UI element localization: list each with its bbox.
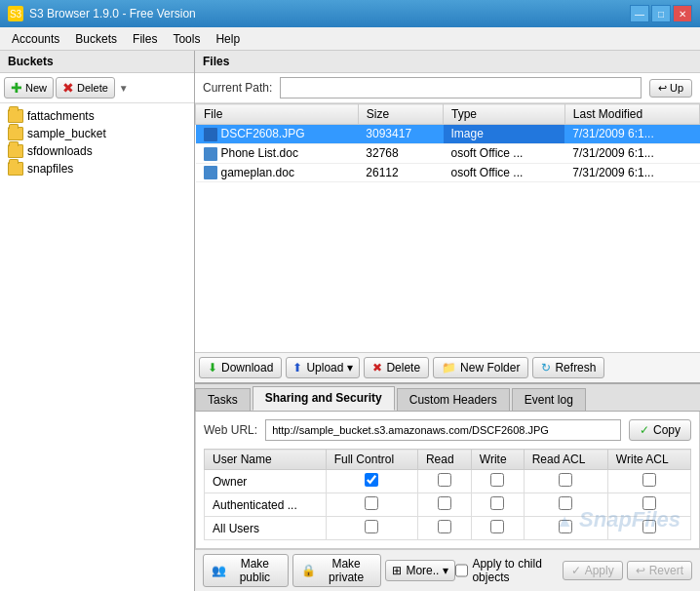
download-button[interactable]: ⬇ Download xyxy=(199,357,282,378)
web-url-input[interactable] xyxy=(265,419,621,441)
acl-checkbox-readAcl-2[interactable] xyxy=(559,520,572,533)
acl-cell-readAcl-1[interactable] xyxy=(524,493,607,517)
tabs-section: Tasks Sharing and Security Custom Header… xyxy=(195,382,700,549)
acl-cell-write-0[interactable] xyxy=(471,470,524,493)
upload-button[interactable]: ⬆ Upload ▾ xyxy=(286,357,360,378)
acl-checkbox-fullControl-1[interactable] xyxy=(365,496,378,510)
folder-icon-3 xyxy=(8,162,23,176)
bucket-item-0[interactable]: fattachments xyxy=(4,107,190,125)
apply-to-child-checkbox[interactable] xyxy=(455,564,468,577)
acl-checkbox-write-1[interactable] xyxy=(490,496,504,510)
copy-button[interactable]: ✓ Copy xyxy=(629,419,691,441)
acl-checkbox-read-2[interactable] xyxy=(438,520,451,533)
acl-checkbox-read-1[interactable] xyxy=(438,496,451,510)
tab-tasks[interactable]: Tasks xyxy=(195,388,251,411)
acl-cell-writeAcl-0[interactable] xyxy=(607,470,690,493)
acl-col-2: Read xyxy=(417,450,471,470)
bucket-item-2[interactable]: sfdownloads xyxy=(4,142,190,160)
file-toolbar: ⬇ Download ⬆ Upload ▾ ✖ Delete 📁 New Fol… xyxy=(195,352,700,382)
acl-checkbox-writeAcl-2[interactable] xyxy=(642,520,656,533)
acl-checkbox-writeAcl-1[interactable] xyxy=(642,496,656,510)
minimize-button[interactable]: — xyxy=(630,5,649,22)
acl-checkbox-read-0[interactable] xyxy=(438,473,451,487)
table-row[interactable]: DSCF2608.JPG 3093417 Image 7/31/2009 6:1… xyxy=(196,125,700,144)
menu-buckets[interactable]: Buckets xyxy=(67,30,125,48)
bucket-item-3[interactable]: snapfiles xyxy=(4,160,190,177)
revert-icon: ↩ xyxy=(636,564,645,577)
main-container: Buckets ✚ New ✖ Delete ▼ fattachments sa… xyxy=(0,51,700,591)
buckets-dropdown-arrow[interactable]: ▼ xyxy=(119,83,129,94)
table-row[interactable]: Phone List.doc 32768 osoft Office ... 7/… xyxy=(196,143,700,163)
apply-to-child-label[interactable]: Apply to child objects xyxy=(455,557,558,584)
acl-cell-read-2[interactable] xyxy=(417,517,471,540)
status-bar: 👥 Make public 🔒 Make private ⊞ More.. ▾ … xyxy=(195,549,700,591)
revert-button[interactable]: ↩ Revert xyxy=(627,561,692,580)
maximize-button[interactable]: □ xyxy=(651,5,671,22)
tab-custom-headers[interactable]: Custom Headers xyxy=(397,388,510,411)
col-modified[interactable]: Last Modified xyxy=(564,104,699,125)
acl-col-4: Read ACL xyxy=(524,450,607,470)
tab-event-log[interactable]: Event log xyxy=(512,388,586,411)
acl-checkbox-readAcl-1[interactable] xyxy=(559,496,572,510)
download-icon: ⬇ xyxy=(208,361,217,374)
col-file[interactable]: File xyxy=(196,104,359,125)
acl-row: Authenticated ... xyxy=(205,493,691,517)
up-button[interactable]: ↩ Up xyxy=(649,79,692,98)
acl-cell-read-0[interactable] xyxy=(417,470,471,493)
new-folder-button[interactable]: 📁 New Folder xyxy=(433,357,528,378)
acl-table-container: User NameFull ControlReadWriteRead ACLWr… xyxy=(204,449,691,540)
menu-tools[interactable]: Tools xyxy=(165,30,208,48)
tab-sharing-security[interactable]: Sharing and Security xyxy=(253,386,395,411)
files-header: Files xyxy=(195,51,700,73)
acl-cell-read-1[interactable] xyxy=(417,493,471,517)
delete-bucket-button[interactable]: ✖ Delete xyxy=(56,77,115,98)
url-row: Web URL: ✓ Copy xyxy=(204,419,691,441)
new-bucket-button[interactable]: ✚ New xyxy=(4,77,54,98)
menu-accounts[interactable]: Accounts xyxy=(4,30,67,48)
delete-file-button[interactable]: ✖ Delete xyxy=(364,357,429,378)
close-button[interactable]: ✕ xyxy=(673,5,692,22)
bucket-item-1[interactable]: sample_bucket xyxy=(4,125,190,142)
title-bar: S3 S3 Browser 1.9.0 - Free Version — □ ✕ xyxy=(0,0,700,27)
acl-checkbox-fullControl-0[interactable] xyxy=(365,473,378,487)
bucket-tree: fattachments sample_bucket sfdownloads s… xyxy=(0,103,194,591)
make-public-button[interactable]: 👥 Make public xyxy=(203,554,289,587)
acl-cell-readAcl-0[interactable] xyxy=(524,470,607,493)
lock-icon: 🔒 xyxy=(301,564,316,577)
apply-button[interactable]: ✓ Apply xyxy=(563,561,623,580)
col-size[interactable]: Size xyxy=(358,104,443,125)
new-icon: ✚ xyxy=(11,80,22,96)
right-panel: Files Current Path: ↩ Up File Size Type … xyxy=(195,51,700,591)
menu-bar: Accounts Buckets Files Tools Help xyxy=(0,27,700,51)
acl-checkbox-writeAcl-0[interactable] xyxy=(642,473,656,487)
table-row[interactable]: gameplan.doc 26112 osoft Office ... 7/31… xyxy=(196,163,700,182)
acl-username-1: Authenticated ... xyxy=(205,493,327,517)
buckets-header: Buckets xyxy=(0,51,194,73)
make-private-button[interactable]: 🔒 Make private xyxy=(292,554,382,587)
refresh-button[interactable]: ↻ Refresh xyxy=(532,357,604,378)
more-button[interactable]: ⊞ More.. ▾ xyxy=(385,560,455,581)
folder-icon-2 xyxy=(8,144,23,158)
acl-checkbox-readAcl-0[interactable] xyxy=(559,473,572,487)
current-path-input[interactable] xyxy=(280,77,642,98)
acl-cell-writeAcl-1[interactable] xyxy=(607,493,690,517)
acl-username-2: All Users xyxy=(205,517,327,540)
acl-cell-write-2[interactable] xyxy=(471,517,524,540)
acl-checkbox-write-2[interactable] xyxy=(490,520,504,533)
menu-help[interactable]: Help xyxy=(208,30,248,48)
acl-cell-readAcl-2[interactable] xyxy=(524,517,607,540)
acl-cell-fullControl-2[interactable] xyxy=(326,517,417,540)
acl-checkbox-write-0[interactable] xyxy=(490,473,504,487)
col-type[interactable]: Type xyxy=(444,104,565,125)
acl-checkbox-fullControl-2[interactable] xyxy=(365,520,378,533)
acl-cell-write-1[interactable] xyxy=(471,493,524,517)
apply-check-icon: ✓ xyxy=(571,564,581,577)
new-folder-icon: 📁 xyxy=(442,361,456,374)
acl-username-0: Owner xyxy=(205,470,327,493)
acl-cell-fullControl-0[interactable] xyxy=(326,470,417,493)
upload-dropdown-arrow: ▾ xyxy=(347,361,353,374)
acl-cell-writeAcl-2[interactable] xyxy=(607,517,690,540)
checkmark-icon: ✓ xyxy=(640,423,649,437)
acl-cell-fullControl-1[interactable] xyxy=(326,493,417,517)
menu-files[interactable]: Files xyxy=(125,30,165,48)
